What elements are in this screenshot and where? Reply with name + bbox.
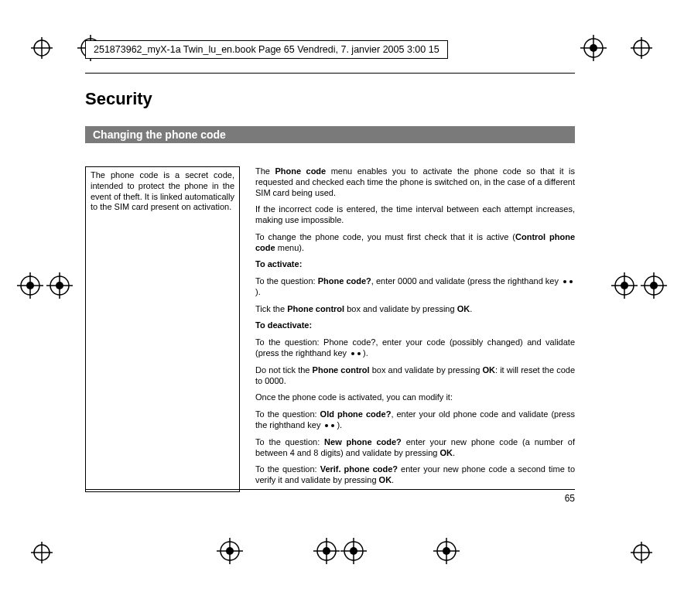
registration-mark-icon — [217, 538, 243, 564]
registration-mark-icon — [46, 272, 73, 299]
book-page-banner: 251873962_myX-1a Twin_lu_en.book Page 65… — [85, 40, 448, 59]
svg-point-54 — [351, 352, 354, 355]
svg-point-57 — [331, 424, 334, 427]
registration-mark-icon — [17, 272, 43, 299]
body-paragraph: Once the phone code is activated, you ca… — [255, 392, 575, 403]
body-paragraph: If the incorrect code is entered, the ti… — [255, 204, 575, 226]
key-dots-icon — [351, 348, 361, 359]
svg-point-56 — [325, 424, 328, 427]
svg-point-55 — [357, 352, 361, 355]
registration-mark-icon — [313, 538, 340, 564]
body-paragraph: Tick the Phone control box and validate … — [255, 304, 575, 315]
section-heading: Changing the phone code — [85, 126, 575, 143]
registration-mark-icon — [580, 35, 607, 61]
page-title: Security — [85, 89, 575, 109]
page-number: 65 — [565, 493, 575, 504]
page-footer: 65 — [85, 489, 575, 504]
body-paragraph: Do not tick the Phone control box and va… — [255, 365, 575, 387]
crop-mark-icon — [31, 542, 53, 563]
subheading-deactivate: To deactivate: — [255, 320, 575, 331]
body-paragraph: The Phone code menu enables you to activ… — [255, 166, 575, 198]
subheading-activate: To activate: — [255, 259, 575, 270]
body-paragraph: To the question: Old phone code?, enter … — [255, 409, 575, 431]
registration-mark-icon — [433, 538, 460, 564]
body-paragraph: To change the phone code, you must first… — [255, 232, 575, 254]
crop-mark-icon — [31, 37, 53, 59]
crop-mark-icon — [631, 542, 652, 563]
sidebar-note: The phone code is a secret code, intende… — [85, 166, 240, 492]
svg-point-52 — [563, 280, 566, 283]
svg-point-53 — [569, 280, 573, 283]
key-dots-icon — [563, 276, 573, 287]
main-body: The Phone code menu enables you to activ… — [255, 166, 575, 492]
key-dots-icon — [324, 420, 335, 431]
body-paragraph: To the question: Phone code?, enter your… — [255, 337, 575, 359]
registration-mark-icon — [340, 538, 367, 564]
body-paragraph: To the question: Verif. phone code? ente… — [255, 464, 575, 486]
registration-mark-icon — [641, 272, 667, 299]
crop-mark-icon — [631, 37, 652, 59]
body-paragraph: To the question: Phone code?, enter 0000… — [255, 276, 575, 298]
registration-mark-icon — [611, 272, 638, 299]
content-frame: Security Changing the phone code The pho… — [85, 73, 575, 492]
body-paragraph: To the question: New phone code? enter y… — [255, 437, 575, 459]
